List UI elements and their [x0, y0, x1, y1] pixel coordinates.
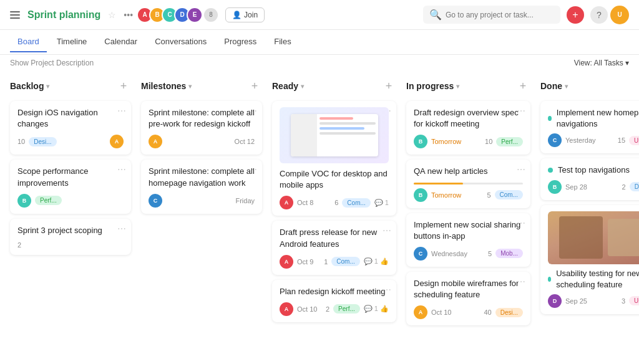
table-row[interactable]: ⋯ Test top navigations B Sep 28 2 Desi..… [540, 158, 639, 199]
nav-item-files[interactable]: Files [266, 32, 298, 52]
card-num: 5 [487, 191, 490, 199]
card-date: Sep 28 [565, 183, 587, 191]
card-num: 6 [334, 199, 338, 206]
search-input[interactable] [446, 11, 554, 19]
card-avatar: C [149, 194, 162, 208]
card-date: Tomorrow [431, 138, 461, 145]
card-meta: C Wednesday 5 Mob... [414, 247, 523, 261]
card-avatar: B [414, 188, 427, 202]
table-row[interactable]: ⋯ Design mobile wireframes for schedulin… [406, 272, 530, 325]
table-row[interactable]: ⋯ Scope performance improvements B Perf.… [10, 160, 131, 213]
more-options-icon[interactable]: ⋯ [117, 224, 126, 234]
table-row[interactable]: ⋯ Sprint milestone: complete all pre-wor… [141, 101, 262, 155]
more-options-icon[interactable]: ⋯ [383, 285, 391, 295]
column-backlog: Backlog ▾ + ⋯ Design iOS navigation chan… [5, 71, 136, 360]
search-bar[interactable]: 🔍 [423, 6, 560, 24]
more-icon[interactable]: ••• [124, 10, 133, 20]
column-milestones: Milestones ▾ + ⋯ Sprint milestone: compl… [136, 71, 267, 360]
add-backlog-button[interactable]: + [116, 79, 131, 93]
table-row[interactable]: ⋯ Plan redesign kickoff meeting A Oct 10… [272, 280, 396, 322]
tag: Com... [331, 257, 359, 266]
card-num: 40 [484, 309, 491, 316]
card-right: 40 Desi... [484, 308, 523, 317]
card-avatar: A [414, 305, 427, 319]
milestones-title: Milestones ▾ [141, 81, 192, 91]
nav-item-calendar[interactable]: Calendar [97, 32, 145, 52]
tag: Com... [342, 198, 370, 208]
card-num: 10 [485, 138, 492, 145]
mock-content [317, 114, 378, 156]
user-avatar[interactable]: U [610, 6, 629, 24]
more-options-icon[interactable]: ⋯ [117, 106, 126, 116]
column-header-milestones: Milestones ▾ + [141, 76, 262, 96]
table-row[interactable]: ⋯ Sprint milestone: complete all homepag… [141, 160, 262, 213]
star-icon[interactable]: ☆ [108, 10, 116, 20]
more-options-icon[interactable]: ⋯ [517, 277, 525, 287]
card-right: 15 User... [618, 136, 639, 145]
table-row[interactable]: ⋯ Sprint 3 project scoping 2 [10, 219, 131, 255]
card-num: 2 [17, 241, 21, 249]
card-left: D Sep 25 [548, 294, 587, 308]
column-header-ready: Ready ▾ + [272, 76, 396, 96]
card-avatar: C [548, 133, 562, 147]
show-project-description[interactable]: Show Project Description [10, 59, 94, 67]
card-date: Oct 9 [297, 258, 313, 266]
card-meta: B Tomorrow 10 Perf... [414, 135, 523, 148]
table-row[interactable]: ⋯ Implement new homepage navigations C Y… [540, 101, 639, 153]
column-done: Done ▾ + ⋯ Implement new homepage naviga… [535, 71, 639, 360]
view-tasks-dropdown[interactable]: View: All Tasks ▾ [574, 59, 629, 67]
card-left: 10 Desi... [17, 137, 57, 146]
card-image [548, 211, 639, 264]
table-row[interactable]: ⋯ Usability testing for new scheduling f… [540, 205, 639, 314]
card-title: Test top navigations [558, 165, 630, 176]
card-date: Tomorrow [431, 191, 461, 199]
card-title: Implement new homepage navigations [557, 107, 639, 130]
more-options-icon[interactable]: ⋯ [248, 165, 257, 175]
card-date: Oct 8 [297, 199, 313, 206]
nav-item-timeline[interactable]: Timeline [49, 32, 95, 52]
top-left-area: Sprint planning ☆ ••• A B C D E 8 👤 Join [10, 7, 265, 23]
menu-icon[interactable] [10, 11, 20, 19]
chevron-down-icon: ▾ [565, 83, 568, 90]
more-options-icon[interactable]: ⋯ [517, 106, 525, 116]
card-avatar: B [17, 194, 31, 208]
card-right: 10 Perf... [485, 137, 523, 146]
table-row[interactable]: ⋯ Draft redesign overview spec for kicko… [406, 101, 530, 155]
card-image [280, 107, 389, 163]
card-title: Compile VOC for desktop and mobile apps [280, 168, 389, 191]
table-row[interactable]: ⋯ Design iOS navigation changes 10 Desi.… [10, 101, 131, 155]
more-options-icon[interactable]: ⋯ [517, 165, 525, 175]
table-row[interactable]: ⋯ Compile VOC for desktop and mobile app… [272, 101, 396, 216]
nav-bar: Board Timeline Calendar Conversations Pr… [0, 30, 639, 55]
card-right: 3 User... [622, 296, 639, 305]
card-num: 2 [622, 183, 626, 191]
table-row[interactable]: ⋯ Draft press release for new Android fe… [272, 221, 396, 274]
nav-item-board[interactable]: Board [10, 32, 47, 52]
table-row[interactable]: ⋯ Implement new social sharing buttons i… [406, 213, 530, 267]
more-options-icon[interactable]: ⋯ [383, 226, 391, 236]
tag: Desi... [630, 182, 639, 191]
add-ready-button[interactable]: + [381, 79, 396, 93]
more-options-icon[interactable]: ⋯ [117, 165, 126, 175]
help-button[interactable]: ? [590, 6, 608, 24]
table-row[interactable]: ⋯ QA new help articles B Tomorrow 5 Com.… [406, 160, 530, 208]
add-button[interactable]: + [567, 6, 584, 24]
card-date: Oct 12 [235, 138, 255, 145]
tag: Perf... [35, 196, 62, 205]
card-right: 1 Com... 💬 1 👍 [324, 257, 389, 266]
card-left: A Oct 8 [280, 196, 313, 209]
nav-item-conversations[interactable]: Conversations [147, 32, 214, 52]
tag: Perf... [496, 137, 523, 146]
tag: User... [629, 136, 639, 145]
nav-item-progress[interactable]: Progress [217, 32, 264, 52]
join-button[interactable]: 👤 Join [225, 7, 265, 22]
card-avatar: A [110, 135, 124, 148]
mock-line [320, 127, 364, 130]
top-bar: Sprint planning ☆ ••• A B C D E 8 👤 Join… [0, 0, 639, 30]
more-options-icon[interactable]: ⋯ [248, 106, 257, 116]
card-left: B Tomorrow [414, 188, 461, 202]
add-in-progress-button[interactable]: + [515, 79, 530, 93]
card-left: B Sep 28 [548, 180, 587, 194]
add-milestones-button[interactable]: + [247, 79, 262, 93]
more-options-icon[interactable]: ⋯ [517, 218, 525, 228]
